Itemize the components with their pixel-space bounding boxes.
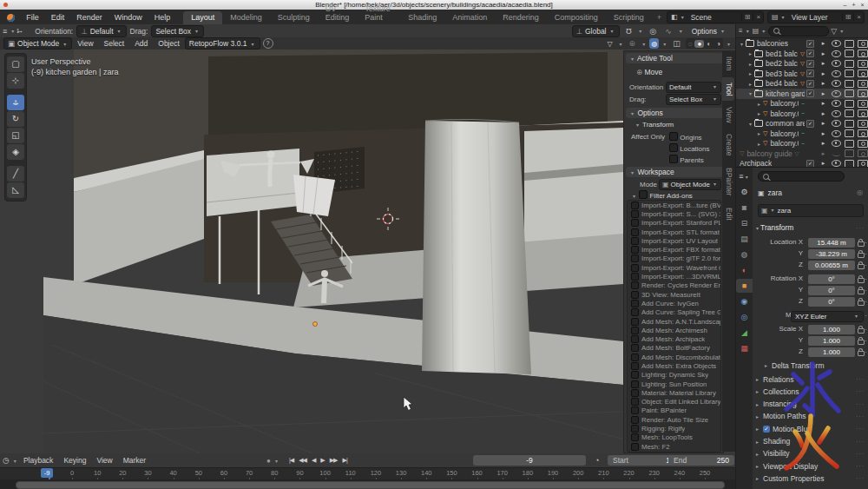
- render-disable-icon[interactable]: [858, 149, 868, 157]
- shading-wireframe-button[interactable]: ◌: [686, 40, 695, 48]
- transform-tool-button[interactable]: ◈: [7, 144, 24, 160]
- properties-tab-constraints[interactable]: ◉: [736, 294, 753, 308]
- properties-tab-tool[interactable]: ⚙: [736, 185, 753, 199]
- selectable-icon[interactable]: ▸: [822, 50, 825, 57]
- exclude-checkbox[interactable]: ✓: [806, 60, 814, 68]
- visibility-eye-icon[interactable]: [832, 90, 841, 97]
- animate-dot[interactable]: ·: [865, 347, 867, 357]
- view-layer-name[interactable]: View Layer: [786, 13, 842, 22]
- outliner-row[interactable]: ▾kitchen garden✓▸: [736, 89, 868, 99]
- disclosure-icon[interactable]: ▾: [746, 90, 754, 96]
- animate-dot[interactable]: ·: [865, 274, 867, 284]
- orientation-dropdown[interactable]: ⊥ Default ▾: [76, 25, 126, 37]
- transform-value-field[interactable]: -38.229 m: [808, 249, 855, 259]
- view-layer-selector[interactable]: ▤ ▾ View Layer ⊞ ×: [767, 11, 865, 23]
- overlays-toggle[interactable]: ◍: [649, 38, 659, 49]
- panel-instancing[interactable]: ▸Instancing···: [754, 399, 866, 410]
- viewport-disable-icon[interactable]: [845, 129, 854, 137]
- visibility-eye-icon[interactable]: [832, 50, 841, 57]
- sidebar-tab-create[interactable]: Create: [722, 129, 734, 162]
- outliner-row[interactable]: ▸bed3 balcony▽✓▸: [736, 69, 868, 79]
- outliner-row[interactable]: ▸bed2 balcony▽✓▸: [736, 58, 868, 69]
- transform-value-field[interactable]: 15.448 m: [808, 238, 855, 248]
- chevron-down-icon[interactable]: ▾: [661, 41, 667, 47]
- disclosure-icon[interactable]: ▸: [746, 81, 754, 87]
- pin-icon[interactable]: ◎: [857, 188, 863, 196]
- add-workspace-button[interactable]: +: [652, 11, 667, 24]
- drag-dropdown[interactable]: Select Box ▾: [151, 25, 204, 37]
- scale-tool-button[interactable]: ◱: [7, 128, 24, 143]
- use-preview-range-button[interactable]: ◔: [592, 456, 602, 465]
- viewport-menu-add[interactable]: Add: [129, 39, 153, 48]
- viewport-disable-icon[interactable]: [845, 89, 854, 97]
- snap-magnet-icon[interactable]: Ω: [623, 27, 635, 36]
- exclude-checkbox[interactable]: ✓: [806, 40, 814, 48]
- viewport-menu-view[interactable]: View: [72, 39, 98, 48]
- disclosure-icon[interactable]: ▸: [746, 70, 754, 76]
- render-disable-icon[interactable]: [858, 109, 868, 117]
- chevron-down-icon[interactable]: ▾: [637, 28, 643, 34]
- render-disable-icon[interactable]: [858, 160, 868, 168]
- cursor-tool-button[interactable]: ⊹: [7, 73, 24, 89]
- panel-motion-paths[interactable]: ▸Motion Paths···: [754, 411, 866, 422]
- addon-checkbox[interactable]: [631, 371, 639, 379]
- sidebar-tab-bpainter[interactable]: BPainter: [722, 162, 734, 202]
- options-panel-header[interactable]: ▾ Options: [626, 108, 723, 118]
- play-reverse-button[interactable]: ◀: [309, 457, 318, 464]
- orientation-dropdown[interactable]: Default ▾: [666, 82, 721, 93]
- render-disable-icon[interactable]: [858, 69, 868, 77]
- lock-icon[interactable]: [858, 351, 865, 356]
- new-view-layer-button[interactable]: ⊞: [842, 13, 854, 21]
- addon-checkbox[interactable]: [631, 202, 639, 209]
- lock-icon[interactable]: [858, 264, 865, 269]
- disclosure-icon[interactable]: ▸: [746, 50, 754, 56]
- render-disable-icon[interactable]: [858, 40, 868, 48]
- selectable-icon[interactable]: ▸: [822, 160, 825, 167]
- active-tool-panel-header[interactable]: ▾ Active Tool: [626, 53, 723, 63]
- outliner-search-input[interactable]: [768, 26, 829, 36]
- falloff-icon[interactable]: ∿: [662, 27, 674, 36]
- timeline-menu-playback[interactable]: Playback: [18, 456, 59, 465]
- render-disable-icon[interactable]: [858, 80, 868, 88]
- timeline-scrollbar-thumb[interactable]: [16, 481, 725, 489]
- proportional-edit-icon[interactable]: ◎: [647, 27, 659, 36]
- lock-icon[interactable]: [858, 253, 865, 258]
- transform-subpanel-label[interactable]: ▾ Transform: [635, 121, 674, 129]
- selectable-icon[interactable]: ▸: [822, 150, 825, 157]
- addon-checkbox[interactable]: [631, 210, 639, 218]
- xray-toggle-icon[interactable]: ◫: [670, 39, 683, 48]
- menu-render[interactable]: Render: [70, 13, 108, 22]
- rotation-mode-dropdown[interactable]: XYZ Euler▾: [791, 311, 864, 322]
- addon-checkbox[interactable]: [631, 308, 639, 316]
- tab-modeling[interactable]: Modeling: [222, 11, 270, 24]
- properties-tab-world[interactable]: ◐: [736, 263, 753, 277]
- selectable-icon[interactable]: ▸: [822, 60, 825, 67]
- jump-to-end-button[interactable]: ▶|: [340, 457, 350, 464]
- chevron-down-icon[interactable]: ▾: [641, 41, 647, 47]
- unlink-scene-button[interactable]: ×: [753, 13, 763, 21]
- rotate-tool-button[interactable]: ↻: [7, 111, 24, 127]
- outliner-display-mode-icon[interactable]: ≡: [739, 27, 743, 35]
- selectable-icon[interactable]: ▸: [822, 100, 825, 107]
- transform-value-field[interactable]: 0°: [808, 286, 855, 295]
- transform-orientation-dropdown[interactable]: ⊥ Global ▾: [572, 25, 620, 37]
- animate-dot[interactable]: ·: [865, 325, 867, 334]
- tab-texture-paint[interactable]: Texture Paint: [357, 3, 400, 24]
- timeline-editor-icon[interactable]: ◷: [0, 456, 12, 465]
- outliner-row[interactable]: ▸▽balcony.005~▸: [736, 109, 868, 119]
- filter-addons-checkbox[interactable]: ▾ Filter Add-ons: [631, 190, 693, 200]
- addon-checkbox[interactable]: [631, 398, 639, 406]
- transform-panel-header[interactable]: ▾ Transform ···: [754, 223, 866, 232]
- outliner-row[interactable]: ▸▽balcony.004~▸: [736, 98, 868, 109]
- new-scene-button[interactable]: ⊞: [741, 13, 753, 21]
- selectable-icon[interactable]: ▸: [822, 120, 825, 127]
- frame-end-field[interactable]: End250: [668, 455, 734, 466]
- timeline-menu-view[interactable]: View: [91, 456, 117, 465]
- disclosure-icon[interactable]: ▾: [746, 121, 754, 127]
- panel-relations[interactable]: ▸Relations···: [754, 373, 866, 385]
- panel-visibility[interactable]: ▸Visibility···: [754, 448, 866, 459]
- addon-checkbox[interactable]: [631, 273, 639, 281]
- addon-checkbox[interactable]: [631, 228, 639, 236]
- visibility-eye-icon[interactable]: [832, 160, 841, 167]
- addon-checkbox[interactable]: [631, 264, 639, 272]
